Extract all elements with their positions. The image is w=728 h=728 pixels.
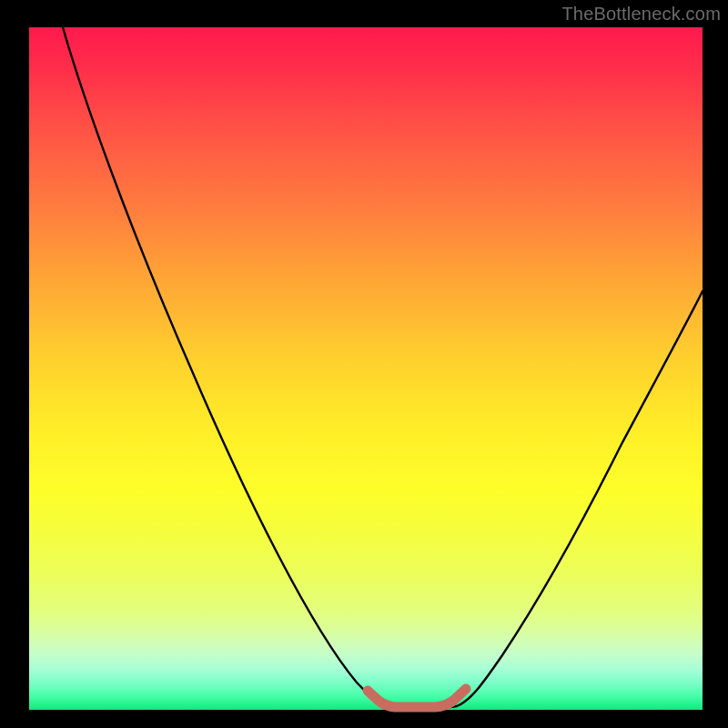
watermark-text: TheBottleneck.com [561,4,721,25]
chart-frame: TheBottleneck.com [0,0,728,728]
optimal-marker-path [368,689,466,707]
bottleneck-curve-path [63,27,703,709]
chart-svg [29,27,703,710]
